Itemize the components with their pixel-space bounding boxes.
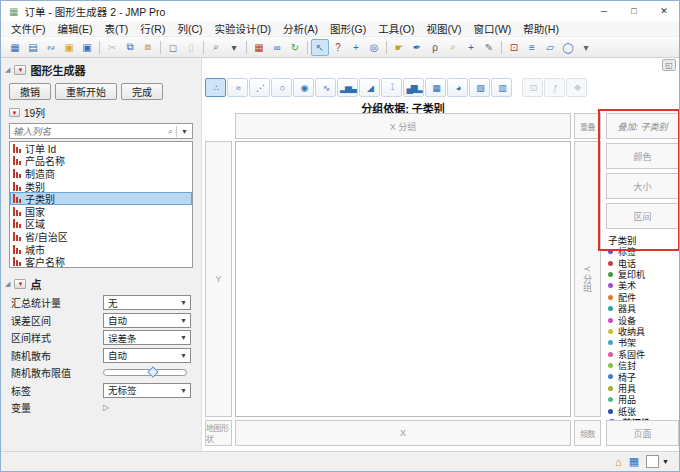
python-script-icon[interactable]: ∾ (42, 39, 60, 56)
arrow-tool-icon[interactable]: ↖ (311, 39, 329, 56)
columns-red-triangle-icon[interactable]: ▼ (9, 108, 20, 117)
polygon-annotation-icon[interactable]: ▱ (541, 39, 559, 56)
line-annotation-icon[interactable]: ≡ (523, 39, 541, 56)
menu-item[interactable]: 表(T) (98, 21, 134, 36)
new-data-table-icon[interactable]: ▦ (6, 39, 24, 56)
property-dropdown[interactable]: 自动 ▼ (103, 348, 191, 363)
journal-preview-icon[interactable]: ▦ (629, 455, 639, 468)
data-table-window-icon[interactable]: ▦ (250, 39, 268, 56)
lasso-tool-icon[interactable]: ρ (426, 39, 444, 56)
new-journal-icon[interactable]: ▤ (24, 39, 42, 56)
help-tool-icon[interactable]: ? (329, 39, 347, 56)
separator[interactable] (99, 41, 100, 54)
action-button[interactable]: 重新开始 (55, 83, 117, 100)
minimize-button[interactable]: ─ (589, 1, 619, 21)
copy-icon[interactable]: ⧉ (121, 39, 139, 56)
map-shapes-icon[interactable]: ❖ (566, 78, 587, 97)
box-plot-icon[interactable]: ⌶ (381, 78, 402, 97)
annotate-plus-icon[interactable]: + (462, 39, 480, 56)
menu-item[interactable]: 分析(A) (277, 21, 324, 36)
menu-item[interactable]: 编辑(E) (51, 21, 98, 36)
bar-icon[interactable]: ▂▅▃ (337, 78, 358, 97)
menu-item[interactable]: 实验设计(D) (209, 21, 278, 36)
globe-tool-icon[interactable]: ◎ (365, 39, 383, 56)
magnifier-tool-icon[interactable]: ⌕ (444, 39, 462, 56)
menu-item[interactable]: 视图(V) (420, 21, 467, 36)
contour-icon[interactable]: ◉ (293, 78, 314, 97)
binoculars-icon[interactable]: ∞ (268, 39, 286, 56)
formula-icon[interactable]: ƒ (544, 78, 565, 97)
size-zone[interactable]: 大小 (606, 173, 679, 199)
close-button[interactable]: ✕ (649, 1, 679, 21)
save-icon[interactable]: ▣ (78, 39, 96, 56)
group-y-zone[interactable]: Y 分组 (574, 141, 601, 417)
column-item[interactable]: 客户名称 (10, 255, 192, 268)
group-x-zone[interactable]: X 分组 (235, 113, 571, 139)
select-window-icon[interactable]: ◻ (164, 39, 182, 56)
caption-annotation-icon[interactable]: ⊡ (505, 39, 523, 56)
separator[interactable] (203, 41, 204, 54)
action-button[interactable]: 撤销 (9, 83, 51, 100)
overlay-zone[interactable]: 重叠 (574, 113, 601, 139)
map-shape-zone[interactable]: 地图形状 (205, 420, 232, 446)
crosshair-tool-icon[interactable]: + (347, 39, 365, 56)
menu-item[interactable]: 工具(O) (372, 21, 420, 36)
paste-icon[interactable]: ⧈ (139, 39, 157, 56)
x-zone[interactable]: X (235, 420, 571, 446)
y-zone[interactable]: Y (205, 141, 232, 417)
column-search-input[interactable] (10, 126, 165, 137)
color-zone[interactable]: 颜色 (606, 143, 679, 169)
slider-thumb-icon[interactable] (147, 367, 158, 378)
grabber-tool-icon[interactable]: ☛ (390, 39, 408, 56)
recode-icon[interactable]: ↻ (286, 39, 304, 56)
cut-icon[interactable]: ✂ (103, 39, 121, 56)
search-caret-icon[interactable]: ▾ (225, 39, 243, 56)
search-filter-caret-icon[interactable]: ▼ (177, 128, 192, 135)
points-red-triangle-icon[interactable]: ▼ (14, 279, 26, 289)
lock-icon[interactable]: ▯ (182, 39, 200, 56)
maximize-button[interactable]: □ (619, 1, 649, 21)
menu-item[interactable]: 帮助(H) (517, 21, 565, 36)
interval-zone[interactable]: 区间 (606, 203, 679, 229)
gap[interactable] (513, 78, 521, 97)
open-icon[interactable]: ▣ (60, 39, 78, 56)
mosaic-icon[interactable]: ▥ (491, 78, 512, 97)
menu-item[interactable]: 图形(G) (324, 21, 372, 36)
red-triangle-menu-icon[interactable]: ▼ (14, 65, 26, 75)
smoother-icon[interactable]: ≈ (227, 78, 248, 97)
menu-item[interactable]: 行(R) (134, 21, 171, 36)
brush-tool-icon[interactable]: ✒ (408, 39, 426, 56)
separator[interactable] (386, 41, 387, 54)
heatmap-icon[interactable]: ▦ (425, 78, 446, 97)
scribble-tool-icon[interactable]: ✎ (480, 39, 498, 56)
oval-annotation-icon[interactable]: ◯ (559, 39, 577, 56)
separator[interactable] (246, 41, 247, 54)
separator[interactable] (307, 41, 308, 54)
background-color-picker[interactable]: ▼ (646, 455, 669, 468)
search-icon[interactable]: ⌕ (165, 126, 177, 137)
property-dropdown[interactable]: 误差条 ▼ (103, 330, 191, 345)
page-zone[interactable]: 页面 (606, 420, 679, 446)
overlay-assignment-box[interactable]: 叠加: 子类别 (606, 113, 679, 139)
plot-area[interactable] (235, 141, 571, 417)
variables-disclosure-icon[interactable]: ▷ (103, 403, 109, 412)
jitter-limit-slider[interactable] (103, 369, 187, 376)
ellipse-icon[interactable]: ○ (271, 78, 292, 97)
caption-box-icon[interactable]: ⊡ (522, 78, 543, 97)
outline-collapse-icon[interactable]: ◢ (5, 66, 10, 74)
pie-icon[interactable]: ◕ (447, 78, 468, 97)
freq-zone[interactable]: 频数 (574, 420, 601, 446)
points-collapse-icon[interactable]: ◢ (5, 280, 10, 288)
line-of-fit-icon[interactable]: ⋰ (249, 78, 270, 97)
treemap-icon[interactable]: ▧ (469, 78, 490, 97)
histogram-icon[interactable]: ▄▆▂ (403, 78, 424, 97)
window-dock-icon[interactable]: ◱ (662, 59, 676, 71)
toolbar-overflow-icon[interactable]: ▾ (577, 39, 595, 56)
separator[interactable] (501, 41, 502, 54)
menu-item[interactable]: 文件(F) (5, 21, 51, 36)
property-dropdown[interactable]: 自动 ▼ (103, 313, 191, 328)
home-icon[interactable]: ⌂ (615, 456, 622, 468)
points-icon[interactable]: ∴ (205, 78, 226, 97)
search-icon[interactable]: ⌕ (207, 39, 225, 56)
menu-item[interactable]: 窗口(W) (467, 21, 517, 36)
